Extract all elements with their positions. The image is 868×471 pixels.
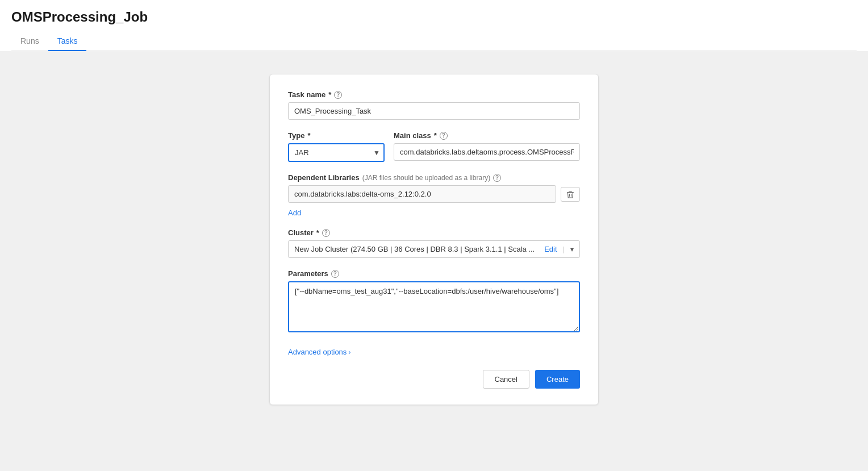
cluster-label: Cluster * ? <box>288 228 580 237</box>
parameters-textarea[interactable]: ["--dbName=oms_test_aug31","--baseLocati… <box>288 281 580 332</box>
type-mainclass-row: Type * JAR Python Notebook Spark Submit … <box>288 131 580 162</box>
main-class-label: Main class * ? <box>394 131 580 140</box>
svg-rect-1 <box>569 191 572 191</box>
task-name-label: Task name * ? <box>288 90 580 99</box>
svg-rect-0 <box>567 192 574 193</box>
footer-buttons: Cancel Create <box>288 370 580 389</box>
task-name-input[interactable] <box>288 102 580 120</box>
add-library-link[interactable]: Add <box>288 209 301 217</box>
create-button[interactable]: Create <box>535 370 580 389</box>
cancel-button[interactable]: Cancel <box>483 370 529 389</box>
chevron-right-icon: › <box>348 348 350 356</box>
parameters-help-icon[interactable]: ? <box>331 270 339 278</box>
parameters-label: Parameters ? <box>288 269 580 278</box>
task-name-field-group: Task name * ? <box>288 90 580 120</box>
cluster-value: New Job Cluster (274.50 GB | 36 Cores | … <box>294 245 544 253</box>
trash-icon <box>566 190 574 198</box>
dep-libraries-field-group: Dependent Libraries (JAR files should be… <box>288 173 580 217</box>
parameters-field-group: Parameters ? ["--dbName=oms_test_aug31",… <box>288 269 580 334</box>
advanced-options-section: Advanced options › <box>288 345 580 356</box>
main-content: Task name * ? Type * JAR Python Notebook <box>0 51 868 471</box>
cluster-row: New Job Cluster (274.50 GB | 36 Cores | … <box>288 240 580 258</box>
main-class-help-icon[interactable]: ? <box>440 132 448 140</box>
dep-lib-delete-button[interactable] <box>561 187 580 202</box>
type-label: Type * <box>288 131 385 140</box>
cluster-field-group: Cluster * ? New Job Cluster (274.50 GB |… <box>288 228 580 258</box>
dep-lib-input[interactable] <box>288 185 556 203</box>
task-name-help-icon[interactable]: ? <box>334 91 342 99</box>
type-select[interactable]: JAR Python Notebook Spark Submit <box>288 143 385 162</box>
cluster-edit-link[interactable]: Edit <box>544 245 557 253</box>
main-class-field-group: Main class * ? <box>394 131 580 162</box>
tab-tasks[interactable]: Tasks <box>48 32 87 51</box>
cluster-help-icon[interactable]: ? <box>322 229 330 237</box>
main-class-input[interactable] <box>394 143 580 161</box>
dep-libraries-help-icon[interactable]: ? <box>493 174 501 182</box>
tab-runs[interactable]: Runs <box>11 32 48 51</box>
advanced-options-link[interactable]: Advanced options › <box>288 348 350 356</box>
tabs-nav: Runs Tasks <box>11 32 857 51</box>
dep-libraries-label: Dependent Libraries (JAR files should be… <box>288 173 580 182</box>
task-form-card: Task name * ? Type * JAR Python Notebook <box>269 74 599 405</box>
type-field-group: Type * JAR Python Notebook Spark Submit … <box>288 131 385 162</box>
dep-lib-row <box>288 185 580 203</box>
type-select-wrapper: JAR Python Notebook Spark Submit ▼ <box>288 143 385 162</box>
cluster-chevron-icon[interactable]: ▾ <box>570 245 574 253</box>
page-title: OMSProcessing_Job <box>11 9 857 25</box>
